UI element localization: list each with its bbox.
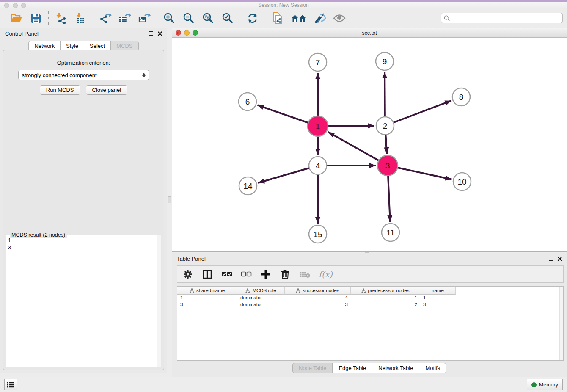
select-all-columns-button[interactable]: [221, 269, 232, 280]
svg-text:7: 7: [316, 58, 320, 67]
export-image-button[interactable]: [138, 12, 151, 25]
column-header-MCDS-role[interactable]: MCDS role: [237, 287, 285, 295]
table-cell[interactable]: dominator: [237, 295, 285, 301]
delete-table-button: [299, 269, 310, 280]
table-header-row: shared nameMCDS rolesuccessor nodesprede…: [177, 287, 563, 295]
import-table-button[interactable]: [74, 12, 87, 25]
column-header-shared-name[interactable]: shared name: [177, 287, 237, 295]
table-body: 1dominator4113dominator323: [177, 295, 563, 308]
network-window-title: scc.txt: [172, 30, 567, 36]
tab-edge-table[interactable]: Edge Table: [332, 363, 372, 373]
float-table-panel-icon[interactable]: [549, 257, 553, 261]
zoom-selected-button[interactable]: [221, 12, 234, 25]
show-column-button[interactable]: [202, 269, 213, 280]
graph-node-1[interactable]: 1: [308, 116, 328, 136]
graph-node-2[interactable]: 2: [376, 117, 394, 135]
show-graphics-details-button[interactable]: [314, 12, 326, 25]
birds-eye-view-button[interactable]: [333, 12, 346, 25]
tab-motifs[interactable]: Motifs: [419, 363, 446, 373]
graph-node-7[interactable]: 7: [309, 53, 327, 71]
window-title: Session: New Session: [0, 2, 567, 8]
graph-node-11[interactable]: 11: [382, 224, 399, 241]
edge-2-8[interactable]: [385, 101, 451, 126]
optimization-criterion-select[interactable]: strongly connected component: [18, 70, 149, 80]
table-cell[interactable]: 1: [177, 295, 237, 301]
search-input[interactable]: [451, 15, 560, 21]
table-cell[interactable]: 3: [420, 301, 456, 308]
table-cell[interactable]: 1: [351, 295, 420, 301]
zoom-in-button[interactable]: [163, 12, 176, 25]
graph-node-9[interactable]: 9: [376, 52, 394, 70]
unselect-all-columns-button[interactable]: [241, 269, 252, 280]
save-session-button[interactable]: [30, 12, 42, 25]
show-panels-menu-button[interactable]: [4, 379, 17, 390]
svg-text:1: 1: [316, 122, 320, 131]
search-box[interactable]: [441, 13, 563, 23]
column-header-successor-nodes[interactable]: successor nodes: [285, 287, 351, 295]
column-header-predecessor-nodes[interactable]: predecessor nodes: [351, 287, 420, 295]
result-scrollbar[interactable]: [157, 235, 161, 367]
panel-splitter[interactable]: [167, 28, 172, 377]
tab-node-table[interactable]: Node Table: [292, 363, 333, 373]
clone-network-button[interactable]: [271, 12, 284, 25]
run-mcds-button[interactable]: Run MCDS: [40, 85, 80, 95]
graph-node-14[interactable]: 14: [239, 177, 257, 195]
search-icon: [444, 15, 450, 21]
select-stepper-icon: [142, 73, 146, 77]
network-overview-button[interactable]: [291, 12, 307, 25]
mcds-result-box: MCDS result (2 nodes) 1 3: [6, 235, 161, 367]
table-cell[interactable]: dominator: [237, 301, 285, 308]
table-scrollbar[interactable]: [559, 287, 563, 360]
memory-button[interactable]: Memory: [527, 379, 563, 390]
delete-table-icon: [299, 271, 310, 278]
svg-text:14: 14: [243, 182, 253, 190]
zoom-out-icon: [183, 12, 195, 24]
table-cell[interactable]: 3: [177, 301, 237, 308]
open-session-button[interactable]: [10, 12, 23, 25]
splitter-grip[interactable]: [168, 196, 171, 203]
network-window-titlebar[interactable]: × − + scc.txt: [172, 28, 567, 38]
import-table-icon: [74, 12, 86, 24]
export-table-icon: [118, 12, 131, 24]
titlebar: Session: New Session: [0, 0, 567, 8]
close-table-panel-icon[interactable]: [557, 257, 562, 261]
close-panel-icon[interactable]: [157, 31, 162, 36]
function-builder-button: f(x): [319, 269, 333, 280]
tab-network-table[interactable]: Network Table: [372, 363, 419, 373]
export-network-icon: [99, 12, 112, 24]
export-network-button[interactable]: [99, 12, 112, 25]
zoom-selected-icon: [222, 12, 234, 24]
graph-node-8[interactable]: 8: [452, 88, 470, 106]
control-panel-title: Control Panel: [5, 30, 39, 37]
graph-node-6[interactable]: 6: [239, 93, 256, 110]
columns-icon: [202, 269, 212, 279]
import-network-button[interactable]: [55, 12, 67, 25]
table-settings-button[interactable]: [182, 269, 193, 280]
graphics-details-icon: [314, 13, 326, 24]
table-cell[interactable]: 2: [351, 301, 420, 308]
close-panel-button[interactable]: Close panel: [86, 85, 128, 95]
network-graph[interactable]: 7968124314101511: [172, 38, 567, 251]
hierarchy-icon: [296, 288, 300, 293]
table-row[interactable]: 3dominator323: [177, 301, 563, 308]
refresh-view-button[interactable]: [246, 12, 259, 25]
checked-boxes-icon: [221, 271, 232, 277]
table-row[interactable]: 1dominator411: [177, 295, 563, 301]
delete-row-button[interactable]: [280, 269, 291, 280]
graph-node-10[interactable]: 10: [453, 173, 471, 190]
zoom-fit-button[interactable]: [202, 12, 215, 25]
graph-node-15[interactable]: 15: [309, 225, 327, 243]
graph-node-4[interactable]: 4: [309, 157, 327, 174]
float-panel-icon[interactable]: [149, 31, 153, 36]
zoom-out-button[interactable]: [182, 12, 195, 25]
export-table-button[interactable]: [118, 12, 131, 25]
graph-node-3[interactable]: 3: [377, 155, 398, 176]
table-cell[interactable]: 1: [420, 295, 456, 301]
mcds-result-text[interactable]: 1 3: [8, 237, 11, 251]
table-cell[interactable]: 3: [285, 301, 351, 308]
unchecked-boxes-icon: [241, 271, 252, 277]
column-header-name[interactable]: name: [420, 287, 456, 295]
table-cell[interactable]: 4: [285, 295, 351, 301]
network-canvas[interactable]: 7968124314101511: [172, 38, 567, 251]
add-row-button[interactable]: [260, 269, 271, 280]
